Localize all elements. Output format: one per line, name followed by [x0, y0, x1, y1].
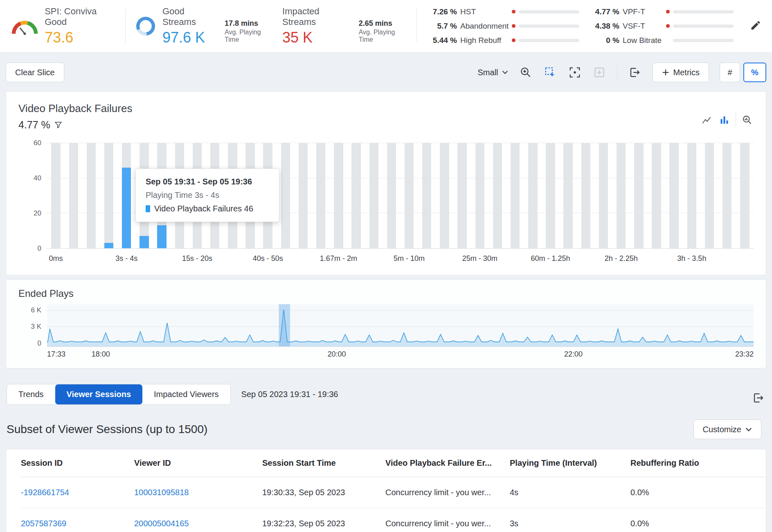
- selection-icon: [544, 66, 556, 79]
- header-divider: [125, 9, 126, 44]
- sessions-table: Session IDViewer IDSession Start TimeVid…: [6, 449, 766, 532]
- histogram-slot-background: [87, 143, 96, 248]
- focus-mode-button[interactable]: [568, 65, 582, 79]
- sessions-header: Subset of Viewer Sessions (up to 1500) C…: [7, 420, 765, 439]
- export-icon: [629, 66, 641, 79]
- failures-histogram[interactable]: 0204060 Sep 05 19:31 - Sep 05 19:36 Play…: [18, 143, 754, 267]
- impacted-streams-avg: 2.65 mins Avg. Playing Time: [359, 19, 407, 43]
- histogram-slot-background: [299, 143, 308, 248]
- histogram-slot-background: [316, 143, 325, 248]
- kpi-row: 5.44 %High Rebuff: [431, 36, 579, 45]
- session-id-link[interactable]: 2057587369: [21, 519, 134, 528]
- histogram-slot-background: [722, 143, 731, 248]
- clear-slice-button[interactable]: Clear Slice: [6, 63, 64, 82]
- histogram-slot-background: [457, 143, 466, 248]
- tab-impacted-viewers[interactable]: Impacted Viewers: [142, 384, 230, 404]
- line-chart-view-button[interactable]: [700, 114, 713, 126]
- filter-funnel-icon[interactable]: [54, 121, 62, 129]
- kpi-row: 5.7 %Abandonment: [431, 22, 579, 31]
- good-streams-value: 97.6 K: [162, 29, 216, 46]
- kpi-column-2: 4.77 %VPF-T4.38 %VSF-T0 %Low Bitrate: [593, 7, 734, 45]
- spi-value: 73.6: [45, 29, 116, 46]
- x-axis-label: 40s - 50s: [253, 254, 283, 263]
- pencil-icon: [750, 20, 761, 31]
- spi-block: SPI: Conviva Good 73.6: [11, 6, 116, 46]
- icon-divider: [736, 113, 736, 127]
- vpf-percentage: 4.77 %: [18, 119, 50, 131]
- table-cell: 19:32:23, Sep 05 2023: [262, 519, 385, 528]
- table-cell: 0.0%: [630, 488, 766, 497]
- region-select-button[interactable]: [543, 65, 557, 79]
- line-chart-icon: [701, 114, 712, 126]
- kpi-label: Abandonment: [460, 22, 509, 31]
- tab-viewer-sessions[interactable]: Viewer Sessions: [55, 384, 143, 404]
- toolbar-divider: [617, 65, 617, 79]
- histogram-slot-background: [334, 143, 343, 248]
- add-annotation-button: [592, 65, 606, 79]
- table-cell: 0.0%: [630, 519, 766, 528]
- panel-title: Video Playback Failures: [18, 102, 754, 115]
- chart-zoom-button[interactable]: [741, 114, 754, 126]
- percentage-values-toggle[interactable]: %: [743, 63, 766, 82]
- toolbar-right-group: Small: [478, 63, 766, 82]
- vpf-x-axis: 0ms3s - 4s15s - 20s40s - 50s1.67m - 2m5m…: [47, 254, 754, 267]
- tooltip-subtitle: Playing Time 3s - 4s: [146, 191, 269, 200]
- tab-trends[interactable]: Trends: [7, 384, 55, 404]
- chart-type-switcher: [700, 113, 754, 127]
- bar-chart-view-button[interactable]: [718, 114, 731, 126]
- kpi-progress-bar: [673, 39, 734, 42]
- x-axis-label: 23:32: [735, 350, 754, 359]
- chevron-down-icon: [745, 427, 752, 432]
- ep-plot[interactable]: [47, 304, 754, 347]
- absolute-values-toggle[interactable]: #: [720, 63, 740, 82]
- customize-button[interactable]: Customize: [693, 420, 761, 439]
- x-axis-label: 15s - 20s: [182, 254, 212, 263]
- histogram-slot-background: [652, 143, 661, 248]
- kpi-value: 0 %: [593, 36, 619, 45]
- histogram-slot-background: [475, 143, 484, 248]
- kpi-progress-bar: [519, 25, 579, 28]
- kpi-row: 4.38 %VSF-T: [593, 22, 734, 31]
- kpi-label: High Rebuff: [460, 36, 509, 45]
- viewer-id-link[interactable]: 100031095818: [134, 488, 262, 497]
- session-id-link[interactable]: -1928661754: [21, 488, 134, 497]
- ended-plays-line: [47, 310, 754, 342]
- gridline: [47, 143, 754, 143]
- histogram-slot-background: [511, 143, 520, 248]
- kpi-row: 4.77 %VPF-T: [593, 7, 734, 16]
- avg-playing-time-value: 17.8 mins: [225, 19, 273, 28]
- add-metrics-button[interactable]: Metrics: [653, 63, 709, 82]
- export-chart-button[interactable]: [628, 65, 642, 79]
- kpi-progress-bar: [519, 39, 579, 42]
- magnifier-chart-icon: [742, 114, 753, 126]
- zoom-in-button[interactable]: [519, 65, 533, 79]
- kpi-label: VSF-T: [623, 22, 663, 31]
- table-header-row: Session IDViewer IDSession Start TimeVid…: [21, 449, 766, 477]
- x-axis-label: 17:33: [47, 350, 65, 359]
- vpf-plot[interactable]: Sep 05 19:31 - Sep 05 19:36 Playing Time…: [47, 143, 754, 249]
- x-axis-label: 22:00: [564, 350, 583, 359]
- ended-plays-timeline[interactable]: 03 K6 K 17:3318:0020:0022:0023:32: [18, 304, 754, 363]
- histogram-slot-background: [740, 143, 749, 248]
- impacted-streams-label: Impacted Streams: [282, 6, 351, 27]
- edit-header-button[interactable]: [750, 20, 761, 32]
- avg-playing-time-label: Avg. Playing Time: [225, 29, 273, 43]
- viewer-id-link[interactable]: 200005004165: [134, 519, 262, 528]
- histogram-slot-background: [51, 143, 60, 248]
- x-axis-label: 0ms: [49, 254, 63, 263]
- failure-bar[interactable]: [104, 243, 113, 248]
- failure-bar[interactable]: [140, 236, 149, 248]
- avg-playing-time-label: Avg. Playing Time: [359, 29, 407, 43]
- ended-plays-panel: Ended Plays 03 K6 K 17:3318:0020:0022:00…: [6, 279, 766, 368]
- size-dropdown[interactable]: Small: [478, 68, 508, 77]
- x-axis-label: 18:00: [92, 350, 110, 359]
- x-axis-label: 3h - 3.5h: [677, 254, 706, 263]
- column-header: Viewer ID: [134, 458, 262, 468]
- y-axis-label: 20: [34, 209, 41, 218]
- spi-label: SPI: Conviva Good: [45, 6, 116, 27]
- failure-bar[interactable]: [122, 168, 131, 248]
- export-sessions-button[interactable]: [752, 391, 765, 405]
- failure-bar[interactable]: [157, 225, 166, 248]
- y-axis-label: 3 K: [31, 323, 41, 331]
- series-swatch: [146, 205, 150, 212]
